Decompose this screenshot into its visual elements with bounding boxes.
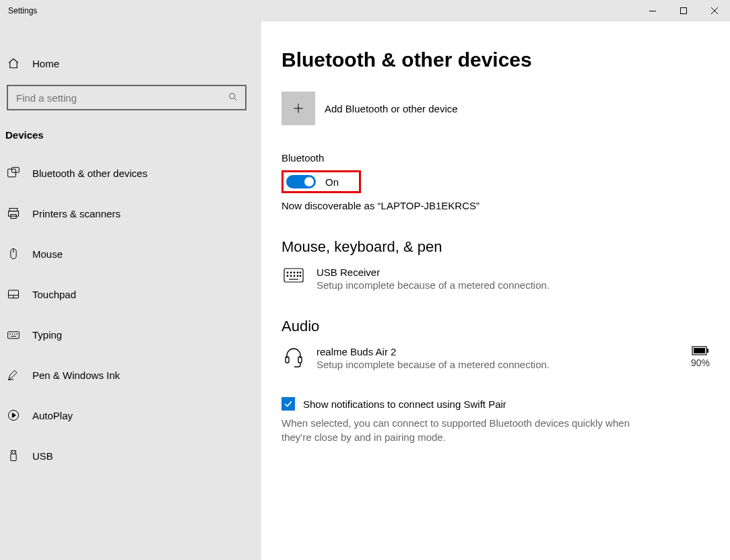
bluetooth-toggle-highlight: On	[281, 170, 361, 193]
svg-rect-6	[9, 211, 19, 217]
device-name: USB Receiver	[317, 267, 710, 278]
svg-point-2	[230, 93, 235, 98]
svg-rect-41	[707, 349, 708, 353]
swift-pair-label: Show notifications to connect using Swif…	[303, 398, 506, 410]
add-device-button[interactable]: Add Bluetooth or other device	[281, 92, 710, 125]
device-realme-buds[interactable]: realme Buds Air 2 Setup incomplete becau…	[281, 346, 710, 370]
swift-pair-description: When selected, you can connect to suppor…	[281, 416, 659, 444]
touchpad-icon	[7, 287, 20, 301]
device-status: Setup incomplete because of a metered co…	[317, 359, 680, 370]
section-mouse-title: Mouse, keyboard, & pen	[281, 238, 710, 256]
mouse-icon	[7, 247, 20, 260]
autoplay-icon	[7, 409, 20, 422]
add-device-label: Add Bluetooth or other device	[325, 103, 458, 114]
sidebar-item-pen[interactable]: Pen & Windows Ink	[0, 355, 261, 395]
sidebar-item-label: AutoPlay	[32, 410, 73, 421]
svg-point-30	[297, 272, 298, 273]
main-content: Bluetooth & other devices Add Bluetooth …	[261, 22, 730, 560]
device-status: Setup incomplete because of a metered co…	[317, 279, 710, 291]
battery-status: 90%	[691, 346, 710, 368]
svg-point-14	[10, 334, 11, 335]
svg-rect-20	[11, 451, 16, 454]
close-button[interactable]	[699, 0, 730, 22]
search-box[interactable]	[7, 85, 246, 110]
sidebar-item-typing[interactable]: Typing	[0, 314, 261, 355]
svg-rect-0	[649, 11, 656, 11]
printer-icon	[7, 207, 20, 220]
bluetooth-toggle-state: On	[325, 176, 339, 188]
window-title: Settings	[0, 6, 37, 15]
svg-rect-13	[8, 332, 20, 339]
home-icon	[7, 57, 20, 70]
discoverable-text: Now discoverable as “LAPTOP-JB1EKRCS”	[281, 200, 710, 211]
swift-pair-checkbox[interactable]	[281, 397, 295, 411]
sidebar-item-label: Touchpad	[32, 289, 76, 300]
svg-rect-42	[694, 348, 705, 353]
home-link[interactable]: Home	[0, 48, 261, 78]
keyboard-icon	[7, 328, 20, 341]
home-label: Home	[32, 58, 59, 69]
window-controls	[637, 0, 730, 22]
svg-point-32	[287, 275, 288, 277]
sidebar-item-label: Printers & scanners	[32, 208, 121, 219]
svg-rect-5	[9, 209, 18, 211]
svg-point-16	[14, 334, 15, 335]
bluetooth-label: Bluetooth	[281, 152, 710, 164]
search-input[interactable]	[15, 92, 217, 104]
sidebar-item-touchpad[interactable]: Touchpad	[0, 274, 261, 314]
sidebar-item-label: Bluetooth & other devices	[32, 168, 147, 179]
svg-rect-21	[11, 454, 16, 461]
svg-point-17	[17, 334, 18, 335]
svg-point-36	[300, 275, 301, 277]
minimize-button[interactable]	[637, 0, 668, 22]
sidebar-item-mouse[interactable]: Mouse	[0, 234, 261, 274]
svg-point-31	[300, 272, 301, 273]
sidebar-section-label: Devices	[5, 129, 261, 141]
search-icon	[228, 92, 238, 104]
title-bar: Settings	[0, 0, 730, 22]
svg-point-28	[290, 272, 292, 273]
swift-pair-checkbox-row[interactable]: Show notifications to connect using Swif…	[281, 397, 710, 411]
svg-point-35	[297, 275, 298, 277]
sidebar-item-autoplay[interactable]: AutoPlay	[0, 395, 261, 435]
page-title: Bluetooth & other devices	[281, 48, 710, 71]
bluetooth-devices-icon	[7, 166, 20, 180]
section-audio-title: Audio	[281, 318, 710, 335]
headset-icon	[281, 346, 306, 368]
sidebar: Home Devices Bluetooth & other device	[0, 22, 261, 560]
plus-icon	[281, 92, 315, 125]
svg-point-29	[294, 272, 295, 273]
svg-point-15	[12, 334, 13, 335]
sidebar-item-label: USB	[32, 450, 53, 462]
sidebar-item-label: Typing	[32, 329, 62, 341]
svg-point-27	[287, 272, 288, 273]
svg-rect-1	[681, 8, 687, 14]
bluetooth-toggle[interactable]	[286, 175, 316, 188]
keyboard-device-icon	[281, 267, 306, 283]
sidebar-item-bluetooth[interactable]: Bluetooth & other devices	[0, 153, 261, 193]
svg-point-33	[290, 275, 292, 277]
pen-icon	[7, 368, 20, 382]
maximize-button[interactable]	[668, 0, 699, 22]
sidebar-item-label: Pen & Windows Ink	[32, 370, 120, 381]
sidebar-item-printers[interactable]: Printers & scanners	[0, 193, 261, 234]
device-usb-receiver[interactable]: USB Receiver Setup incomplete because of…	[281, 267, 710, 291]
usb-icon	[7, 449, 20, 462]
sidebar-item-label: Mouse	[32, 248, 63, 260]
battery-percent: 90%	[691, 357, 710, 368]
device-name: realme Buds Air 2	[317, 346, 680, 357]
battery-icon	[692, 346, 709, 355]
svg-point-34	[294, 275, 295, 277]
sidebar-item-usb[interactable]: USB	[0, 435, 261, 476]
